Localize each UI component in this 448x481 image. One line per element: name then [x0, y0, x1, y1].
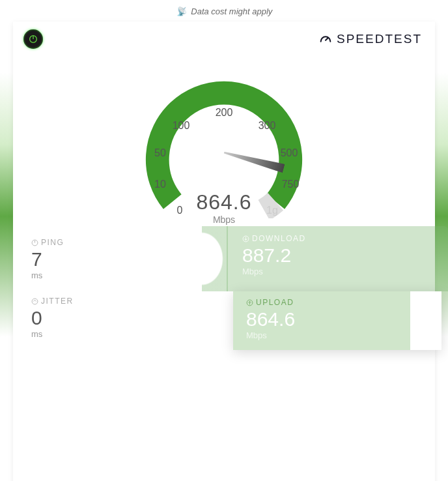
upload-label: UPLOAD [246, 298, 410, 307]
download-value: 887.2 [242, 244, 448, 267]
download-label-text: DOWNLOAD [252, 234, 306, 243]
ping-icon [31, 239, 38, 246]
upload-unit: Mbps [246, 330, 410, 340]
gauge-tick-500: 500 [281, 147, 298, 159]
ping-label-text: PING [41, 238, 64, 247]
svg-point-5 [32, 299, 38, 304]
download-unit: Mbps [242, 267, 448, 276]
speedtest-card: SPEEDTEST 0 10 50 100 200 300 500 750 1g… [13, 22, 435, 481]
gauge-icon [318, 32, 333, 46]
gauge-tick-1g: 1g [266, 205, 278, 216]
ping-value: 7 [31, 248, 64, 270]
gauge-tick-50: 50 [154, 147, 166, 159]
antenna-icon: 📡 [176, 7, 186, 16]
download-block: DOWNLOAD 887.2 Mbps [227, 226, 448, 291]
gauge-tick-10: 10 [154, 179, 166, 190]
ping-metric: PING 7 ms [31, 238, 64, 280]
gauge-value-unit: Mbps [196, 214, 251, 225]
jitter-metric: JITTER 0 ms [31, 297, 74, 339]
jitter-unit: ms [31, 329, 74, 339]
upload-block: UPLOAD 864.6 Mbps [233, 291, 441, 350]
brand-logo: SPEEDTEST [318, 32, 422, 46]
jitter-icon [31, 298, 38, 305]
jitter-label-text: JITTER [41, 297, 74, 306]
download-label: DOWNLOAD [242, 234, 448, 243]
top-banner-text: Data cost might apply [191, 7, 272, 16]
gauge-tick-0: 0 [177, 205, 183, 216]
jitter-value: 0 [31, 307, 74, 329]
download-icon [242, 235, 249, 242]
brand-label: SPEEDTEST [337, 32, 422, 46]
gauge-value: 864.6 Mbps [196, 190, 251, 225]
svg-line-2 [326, 38, 328, 40]
power-icon [28, 34, 38, 44]
gauge-value-number: 864.6 [196, 190, 251, 214]
gauge-tick-750: 750 [282, 179, 300, 190]
gauge-tick-300: 300 [259, 120, 276, 132]
ping-unit: ms [31, 270, 64, 280]
ping-label: PING [31, 238, 64, 247]
upload-icon [246, 299, 253, 306]
speed-gauge: 0 10 50 100 200 300 500 750 1g 864.6 Mbp… [113, 62, 335, 231]
power-button[interactable] [23, 29, 43, 49]
upload-value: 864.6 [246, 308, 410, 330]
gauge-tick-100: 100 [173, 120, 190, 132]
gauge-tick-200: 200 [216, 107, 233, 119]
metrics-area: PING 7 ms JITTER 0 ms DOWNLOAD 887.2 Mbp… [13, 238, 435, 368]
jitter-label: JITTER [31, 297, 74, 306]
top-banner: 📡 Data cost might apply [0, 0, 448, 22]
upload-label-text: UPLOAD [256, 298, 294, 307]
card-header: SPEEDTEST [13, 22, 435, 49]
